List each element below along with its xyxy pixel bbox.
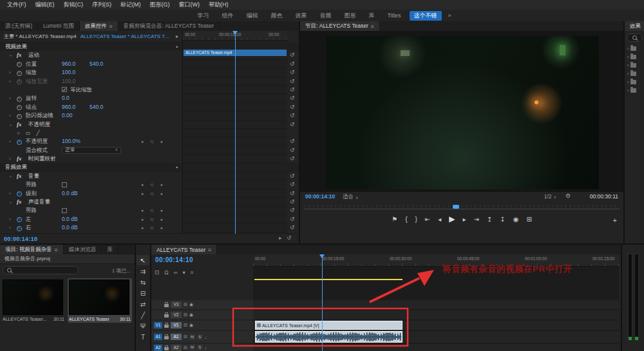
track-output-eye-icon[interactable]: ◉ — [189, 312, 193, 318]
export-frame-button[interactable]: ◉ — [513, 216, 519, 223]
workspace-tab[interactable]: 编辑 — [242, 11, 262, 21]
reset-param-icon[interactable]: ↺ — [290, 60, 295, 68]
bin-audio-effects[interactable]: › — [625, 61, 644, 70]
effect-controls-timecode[interactable]: 00:00:14:10 — [4, 236, 37, 242]
program-playhead[interactable] — [453, 205, 459, 209]
panel-menu-icon[interactable]: ≡ — [208, 247, 211, 253]
source-patch-badge[interactable]: A2 — [154, 345, 162, 351]
chevron-right-icon[interactable]: › — [627, 63, 629, 68]
sync-lock-icon[interactable]: ⊟ — [184, 334, 187, 339]
prev-keyframe-icon[interactable]: ◂ — [141, 180, 143, 189]
chevron-right-icon[interactable]: › — [627, 71, 629, 76]
slip-tool[interactable]: ⇄ — [137, 299, 149, 309]
workspace-tab[interactable]: 图形 — [339, 11, 360, 21]
clip-thumbnail[interactable] — [69, 280, 129, 315]
reset-param-icon[interactable]: ↺ — [290, 77, 295, 86]
chevron-right-icon[interactable]: › — [627, 80, 629, 84]
panel-menu-icon[interactable]: ≡ — [371, 23, 374, 30]
twirl-icon[interactable]: › — [6, 202, 14, 204]
next-keyframe-icon[interactable]: ▸ — [161, 180, 163, 189]
panel-tab[interactable]: 媒体浏览器 ≡ — [64, 245, 102, 254]
chevron-right-icon[interactable]: › — [627, 46, 629, 51]
fit-select[interactable]: 适合∨ — [343, 193, 358, 201]
track-lock-icon[interactable] — [164, 336, 169, 339]
stopwatch-icon[interactable] — [17, 226, 22, 231]
extract-button[interactable]: ↧ — [500, 216, 505, 223]
track-name-badge[interactable]: A1 — [171, 334, 182, 340]
param-value[interactable]: 0.0 dB — [62, 215, 78, 223]
rect-mask-icon[interactable]: ▭ — [26, 129, 31, 137]
hand-tool[interactable]: Ψ — [137, 321, 149, 331]
track-name-badge[interactable]: V1 — [171, 322, 182, 328]
razor-tool[interactable]: ⊟ — [137, 288, 149, 298]
sync-lock-icon[interactable]: ⊟ — [184, 302, 187, 307]
twirl-icon[interactable]: › — [6, 124, 14, 126]
add-keyframe-icon[interactable]: ◇ — [151, 223, 154, 232]
type-tool[interactable]: T — [137, 332, 149, 342]
track-lock-icon[interactable] — [164, 347, 169, 350]
lift-button[interactable]: ↥ — [487, 216, 492, 223]
reset-param-icon[interactable]: ↺ — [290, 120, 295, 129]
param-value[interactable]: 0.00 — [62, 111, 73, 120]
bin-video-transitions[interactable]: › — [625, 86, 644, 95]
next-keyframe-icon[interactable]: ▸ — [161, 189, 163, 198]
insert-overwrite-icon[interactable]: ⊡ — [155, 269, 159, 276]
param-value[interactable]: 540.0 — [90, 103, 103, 111]
ripple-edit-tool[interactable]: ⇆ — [137, 277, 149, 287]
track-lock-icon[interactable] — [164, 314, 169, 318]
reset-param-icon[interactable]: ↺ — [290, 94, 295, 102]
prev-keyframe-icon[interactable]: ◂ — [141, 137, 143, 146]
track-output-eye-icon[interactable]: ◉ — [189, 323, 193, 328]
clip-thumbnail[interactable] — [3, 280, 63, 315]
param-value[interactable]: 100.0% — [62, 137, 80, 146]
project-search-input[interactable] — [3, 266, 79, 274]
settings-wrench-icon[interactable]: ⚙ — [565, 193, 571, 199]
project-item[interactable]: ALLEYCATS Teaser...30:11 — [1, 278, 66, 323]
reset-param-icon[interactable]: ↺ — [290, 155, 295, 163]
solo-button[interactable]: S — [197, 334, 203, 340]
comparison-view-button[interactable]: ⊞ — [526, 216, 531, 223]
track-lock-icon[interactable] — [164, 325, 169, 328]
source-patch-badge[interactable]: V1 — [154, 322, 162, 328]
track-select-tool[interactable]: ⇉ — [137, 266, 149, 276]
effect-timeline-playhead[interactable] — [235, 31, 236, 234]
mute-button[interactable]: M — [189, 334, 195, 340]
add-marker-button[interactable]: ⚑ — [392, 216, 397, 223]
workspace-tab[interactable]: 颜色 — [266, 11, 287, 21]
workspace-tab[interactable]: Titles — [383, 12, 405, 19]
prev-keyframe-icon[interactable]: ◂ — [141, 215, 143, 223]
next-keyframe-icon[interactable]: ▸ — [161, 223, 163, 232]
panel-tab[interactable]: 库 ≡ — [102, 245, 118, 254]
bin-video-effects[interactable]: › — [625, 78, 644, 86]
twirl-icon[interactable]: › — [9, 77, 11, 86]
sync-lock-icon[interactable]: ⊟ — [184, 323, 187, 328]
bin-audio-transitions[interactable]: › — [625, 70, 644, 78]
stopwatch-icon[interactable] — [17, 217, 22, 222]
panel-menu-icon[interactable]: ≡ — [109, 23, 113, 30]
workspace-tab[interactable]: 效果 — [290, 11, 311, 21]
ellipse-mask-icon[interactable]: ○ — [17, 129, 20, 137]
timeline-video-clip[interactable]: ALLEYCATS Teaser.mp4 [V] — [255, 321, 402, 330]
play-audio-only-icon[interactable]: ▸ — [279, 235, 281, 241]
twirl-icon[interactable]: › — [9, 223, 11, 232]
twirl-icon[interactable]: › — [9, 137, 11, 146]
clip-name[interactable]: ALLEYCATS Teaser... — [3, 317, 46, 321]
menu-item[interactable]: 帮助(H) — [204, 1, 233, 9]
clip-name[interactable]: ALLEYCATS Teaser — [69, 317, 109, 321]
mark-out-button[interactable]: } — [415, 216, 417, 223]
reset-param-icon[interactable]: ↺ — [290, 68, 295, 77]
stopwatch-icon[interactable] — [17, 62, 22, 67]
param-value[interactable]: 0.0 dB — [62, 189, 78, 198]
timeline-playhead[interactable] — [322, 254, 323, 351]
sequence-tab[interactable]: ALLEYCATS Teaser ≡ — [151, 245, 217, 254]
pen-tool[interactable]: ╱ — [137, 310, 149, 320]
pen-mask-icon[interactable]: ╱ — [36, 129, 39, 137]
reset-param-icon[interactable]: ↺ — [290, 198, 295, 206]
twirl-icon[interactable]: › — [9, 155, 11, 163]
reset-param-icon[interactable]: ↺ — [290, 215, 295, 223]
master-clip-label[interactable]: 主要 * ALLEYCATS Teaser.mp4 — [4, 33, 77, 40]
param-value[interactable]: 960.0 — [62, 103, 75, 111]
menu-item[interactable]: 图形(G) — [146, 1, 175, 9]
reset-param-icon[interactable]: ↺ — [290, 180, 295, 189]
param-checkbox[interactable] — [62, 208, 67, 213]
